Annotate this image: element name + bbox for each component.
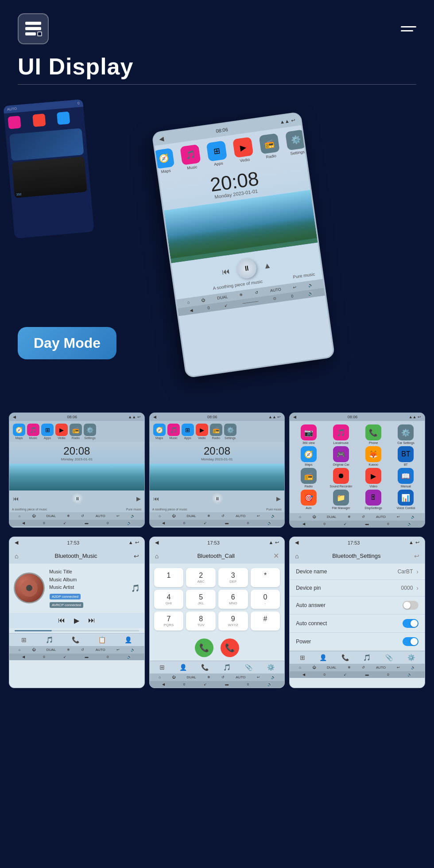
card-music-bar-1: ⏮ ⏸ ▶ xyxy=(9,490,144,506)
svg-rect-1 xyxy=(25,27,41,30)
header-divider xyxy=(18,84,416,85)
dial-hash[interactable]: # xyxy=(251,611,280,631)
app-radio[interactable]: 📻 Radio xyxy=(293,468,324,488)
device-name-chevron[interactable]: › xyxy=(416,568,418,575)
app-bt[interactable]: BT BT xyxy=(391,446,421,466)
bt-settings-tab-clip[interactable]: 📎 xyxy=(385,654,393,661)
app-icon-radio[interactable]: 📻 Radio xyxy=(259,133,280,160)
dial-4[interactable]: 4GHI xyxy=(154,590,184,609)
bt-settings-tab-gear[interactable]: ⚙️ xyxy=(407,654,415,661)
dial-star[interactable]: * xyxy=(251,568,280,587)
auto-connect-toggle[interactable] xyxy=(403,619,418,628)
next-icon[interactable]: ▲ xyxy=(263,261,272,271)
dial-action-row: 📞 📞 xyxy=(150,635,285,661)
card-nav-icons-2: 🧭 Maps 🎵 Music ⊞ Apps ▶ Vedio 📻 Rad xyxy=(150,421,285,442)
app-sound-recorder[interactable]: ⏺ Sound Recorder xyxy=(326,468,356,488)
bt-call-tab-settings3[interactable]: ⚙️ xyxy=(267,664,275,671)
dial-0[interactable]: 0- xyxy=(251,590,280,609)
bt-music-content: Music Title Music Album Music Artist A2D… xyxy=(9,564,144,613)
bt-music-title-bar: ⌂ Bluetooth_Music ↩ xyxy=(9,548,144,564)
app-video[interactable]: ▶ Video xyxy=(358,468,389,488)
bt-call-tab-phone[interactable]: 📞 xyxy=(201,664,209,671)
app-grid: 📷 360 view 🎵 Localmusic 📞 Phone ⚙️ Car S… xyxy=(290,421,425,513)
app-manual[interactable]: 📖 Manual xyxy=(391,468,421,488)
svg-rect-4 xyxy=(38,32,41,35)
bt-settings-tab-phone[interactable]: 📞 xyxy=(341,654,349,661)
dial-1[interactable]: 1 xyxy=(154,568,184,587)
dial-2[interactable]: 2ABC xyxy=(186,568,216,587)
dial-8[interactable]: 8TUV xyxy=(186,611,216,631)
bt-prev-button[interactable]: ⏮ xyxy=(58,616,65,624)
app-360view[interactable]: 📷 360 view xyxy=(293,424,324,444)
card-music-bar-2: ⏮ ⏸ ▶ xyxy=(150,490,285,506)
bt-play-button[interactable]: ▶ xyxy=(74,616,79,625)
app-icon-music[interactable]: 🎵 Music xyxy=(180,144,202,171)
app-icon-video[interactable]: ▶ Vedio xyxy=(232,137,254,163)
bt-call-extra-bar: ◀0↙▬0🔊 xyxy=(150,681,285,688)
card-play-1[interactable]: ⏸ xyxy=(72,493,83,504)
power-toggle[interactable] xyxy=(403,637,418,646)
bt-tab-home[interactable]: ⊞ xyxy=(21,636,27,643)
card-music-labels-1: A soothing piece of music Pure music xyxy=(9,506,144,512)
app-maps[interactable]: 🧭 Maps xyxy=(293,446,324,466)
bt-tab-settings2[interactable]: 👤 xyxy=(124,636,132,643)
app-drawer-extra-bar: ◀0↙▬0🔊 xyxy=(290,521,425,527)
bt-call-title-bar: ⌂ Bluetooth_Call ✕ xyxy=(150,548,285,564)
card-next-1[interactable]: ▶ xyxy=(136,495,141,502)
bt-call-tab-person[interactable]: 👤 xyxy=(179,664,187,671)
card-prev-1[interactable]: ⏮ xyxy=(13,495,19,502)
dial-6[interactable]: 6MNO xyxy=(218,590,248,609)
end-call-button[interactable]: 📞 xyxy=(221,638,239,657)
bt-settings-auto-connect: Auto connect xyxy=(290,615,425,633)
bt-settings-tab-music[interactable]: 🎵 xyxy=(363,654,371,661)
app-phone[interactable]: 📞 Phone xyxy=(358,424,389,444)
auto-answer-toggle[interactable] xyxy=(403,601,418,610)
dial-3[interactable]: 3DEF xyxy=(218,568,248,587)
bt-tab-notes[interactable]: 📋 xyxy=(98,636,106,643)
bt-call-tab-clip[interactable]: 📎 xyxy=(245,664,252,671)
bt-call-tab-music[interactable]: 🎵 xyxy=(223,664,231,671)
app-car-settings[interactable]: ⚙️ Car Settings xyxy=(391,424,421,444)
main-phone-mockup: ◀ 08:06 ▲▲ ↩ 🧭 Maps 🎵 Music ⊞ Apps ▶ xyxy=(151,112,335,378)
card-prev-2[interactable]: ⏮ xyxy=(153,495,159,502)
app-kuwoo[interactable]: 🦊 Kuwoo xyxy=(358,446,389,466)
card-next-2[interactable]: ▶ xyxy=(276,495,281,502)
logo-icon xyxy=(18,13,49,44)
dial-9[interactable]: 9WXYZ xyxy=(218,611,248,631)
app-icon-settings[interactable]: ⚙️ Settings xyxy=(285,129,307,156)
bt-tab-music[interactable]: 🎵 xyxy=(46,636,53,643)
bt-call-close[interactable]: ✕ xyxy=(273,552,279,560)
app-icon-apps[interactable]: ⊞ Apps xyxy=(206,140,228,167)
bt-tab-phone[interactable]: 📞 xyxy=(72,636,79,643)
call-button[interactable]: 📞 xyxy=(195,638,213,657)
app-file-manager[interactable]: 📁 File Manager xyxy=(326,490,356,510)
bt-settings-bottom-bar: ⌂⏻DUAL❄↺AUTO↩🔊 xyxy=(290,664,425,671)
card-play-2[interactable]: ⏸ xyxy=(212,493,223,504)
bt-settings-tab-home[interactable]: ⊞ xyxy=(300,654,305,661)
bt-next-button[interactable]: ⏭ xyxy=(88,616,95,624)
bt-call-tab-home[interactable]: ⊞ xyxy=(159,664,165,671)
bt-settings-header: ◀ 17:53 ▲↩ xyxy=(290,537,425,548)
main-display: AUTO0 350 ◀ 08:06 ▲▲ ↩ 🧭 Maps xyxy=(0,93,434,404)
bt-call-header: ◀ 17:53 ▲↩ xyxy=(150,537,285,548)
bt-settings-tab-person[interactable]: 👤 xyxy=(319,654,327,661)
bt-music-card: ◀ 17:53 ▲↩ ⌂ Bluetooth_Music ↩ Music Tit… xyxy=(9,537,145,688)
dial-7[interactable]: 7PQRS xyxy=(154,611,184,631)
dial-5[interactable]: 5JKL xyxy=(186,590,216,609)
card-status-bar-1: ◀ 08:06 ▲▲ ↩ xyxy=(9,413,144,421)
bt-music-info: Music Title Music Album Music Artist A2D… xyxy=(49,568,127,608)
device-pin-chevron[interactable]: › xyxy=(416,584,418,592)
app-original-car[interactable]: 🎮 Original Car xyxy=(326,446,356,466)
play-pause-button[interactable]: ⏸ xyxy=(236,257,258,280)
app-avin[interactable]: 🎯 Avin xyxy=(293,490,324,510)
bt-call-bottom-bar: ⌂⏻DUAL❄↺AUTO↩🔊 xyxy=(150,673,285,681)
bt-settings-auto-answer: Auto answer xyxy=(290,596,425,615)
app-localmusic[interactable]: 🎵 Localmusic xyxy=(326,424,356,444)
prev-icon[interactable]: ⏮ xyxy=(221,266,231,276)
app-disp-settings[interactable]: 🎚 DispSettings xyxy=(358,490,389,510)
card-music-labels-2: A soothing piece of music Pure music xyxy=(150,506,285,512)
app-icon-maps[interactable]: 🧭 Maps xyxy=(154,148,175,175)
bt-settings-back[interactable]: ↩ xyxy=(414,553,419,560)
hamburger-icon[interactable] xyxy=(401,26,416,31)
app-voice-control[interactable]: 📊 Voice Control xyxy=(391,490,421,510)
